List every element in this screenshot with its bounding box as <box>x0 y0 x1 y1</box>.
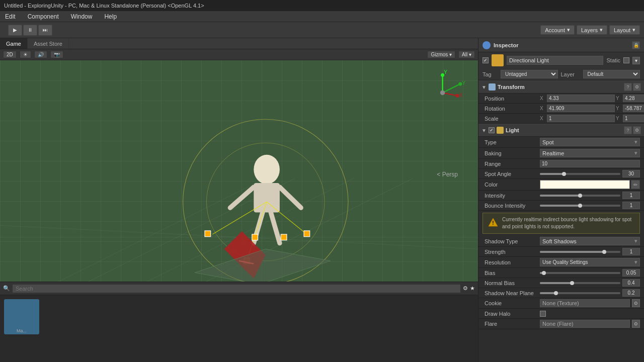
sun-button[interactable]: ☀ <box>20 51 31 58</box>
bias-thumb[interactable] <box>542 271 546 275</box>
spot-angle-thumb[interactable] <box>562 172 566 176</box>
intensity-fill <box>540 195 580 197</box>
svg-point-31 <box>440 90 445 95</box>
normal-bias-value[interactable] <box>622 279 640 287</box>
spot-angle-slider[interactable] <box>540 170 640 177</box>
bounce-slider[interactable] <box>540 202 640 209</box>
static-checkbox[interactable] <box>623 57 629 63</box>
range-field[interactable] <box>540 160 640 167</box>
menu-edit[interactable]: Edit <box>2 12 19 21</box>
resolution-dropdown[interactable]: Use Quality Settings ▾ <box>540 258 640 266</box>
rot-y-field[interactable] <box>623 105 644 112</box>
intensity-value[interactable] <box>622 192 640 199</box>
strength-thumb[interactable] <box>602 250 606 254</box>
scale-y-field[interactable] <box>623 115 644 122</box>
normal-bias-slider[interactable] <box>540 279 640 287</box>
layer-dropdown[interactable]: Default <box>583 70 640 78</box>
viewport-toolbar: 2D ☀ 🔊 📷 Gizmos ▾ All ▾ <box>0 49 478 60</box>
gizmos-button[interactable]: Gizmos ▾ <box>427 51 455 58</box>
bounce-track[interactable] <box>540 205 620 207</box>
bias-value[interactable] <box>622 269 640 277</box>
viewport-canvas[interactable]: Y Y X < Persp <box>0 60 478 282</box>
bounce-row: Bounce Intensity <box>478 201 644 211</box>
warning-box: ! Currently realtime indirect bounce lig… <box>482 213 640 234</box>
cookie-label: Cookie <box>485 300 540 306</box>
light-info-icon[interactable]: ? <box>624 126 632 134</box>
inspector-lock-icon[interactable]: 🔒 <box>632 41 640 49</box>
intensity-track[interactable] <box>540 195 620 197</box>
eyedropper-button[interactable]: ✏ <box>631 180 640 189</box>
strength-slider[interactable] <box>540 248 640 255</box>
tag-layer-row: Tag Untagged Layer Default <box>478 68 644 80</box>
shadow-near-slider[interactable] <box>540 289 640 297</box>
flare-row: Flare None (Flare) ⊙ <box>478 319 644 329</box>
asset-thumbnail[interactable]: Ma... <box>4 299 39 334</box>
rot-x-field[interactable] <box>547 105 615 112</box>
menu-help[interactable]: Help <box>101 12 120 21</box>
main-area: Game Asset Store 2D ☀ 🔊 📷 Gizmos ▾ All ▾ <box>0 38 644 362</box>
tab-asset-store[interactable]: Asset Store <box>28 38 69 49</box>
account-dropdown[interactable]: Account ▾ <box>540 25 575 35</box>
transform-section-header[interactable]: ▼ Transform ? ⚙ <box>478 80 644 94</box>
shadow-near-track[interactable] <box>540 292 620 294</box>
bias-slider[interactable] <box>540 269 640 277</box>
menu-component[interactable]: Component <box>25 12 62 21</box>
type-dropdown[interactable]: Spot ▾ <box>540 138 640 146</box>
layout-dropdown[interactable]: Layout ▾ <box>609 25 640 35</box>
light-section-header[interactable]: ▼ Light ? ⚙ <box>478 124 644 137</box>
play-button[interactable]: ▶ <box>8 25 22 36</box>
tab-game[interactable]: Game <box>0 38 28 49</box>
static-dropdown[interactable]: ▾ <box>632 57 640 64</box>
camera-button[interactable]: 📷 <box>50 51 63 58</box>
cookie-value: None (Texture) <box>540 299 630 307</box>
spot-angle-value[interactable] <box>622 170 640 177</box>
pos-y-field[interactable] <box>623 95 644 102</box>
asset-label: Ma... <box>17 328 27 333</box>
svg-line-11 <box>280 187 301 208</box>
spot-angle-track[interactable] <box>540 173 620 175</box>
draw-halo-checkbox[interactable] <box>540 311 546 317</box>
shadow-near-value[interactable] <box>622 289 640 297</box>
bias-track[interactable] <box>540 272 620 274</box>
strength-track[interactable] <box>540 251 620 253</box>
transform-settings-icon[interactable]: ⚙ <box>633 83 641 91</box>
resolution-label: Resolution <box>485 259 540 265</box>
search-input[interactable] <box>12 284 461 293</box>
sound-button[interactable]: 🔊 <box>34 51 47 58</box>
pos-x-field[interactable] <box>547 95 615 102</box>
object-name-field[interactable] <box>507 56 603 65</box>
step-button[interactable]: ⏭ <box>38 25 52 36</box>
baking-row: Baking Realtime ▾ <box>478 148 644 159</box>
light-title: Light <box>506 127 622 133</box>
spot-angle-label: Spot Angle <box>485 171 540 177</box>
normal-bias-thumb[interactable] <box>570 281 574 285</box>
baking-dropdown[interactable]: Realtime ▾ <box>540 149 640 157</box>
layer-label: Layer <box>561 71 580 77</box>
normal-bias-track[interactable] <box>540 282 620 284</box>
transform-info-icon[interactable]: ? <box>624 83 632 91</box>
shadow-near-thumb[interactable] <box>554 291 558 295</box>
menu-window[interactable]: Window <box>68 12 96 21</box>
pause-button[interactable]: ⏸ <box>23 25 37 36</box>
shadow-type-dropdown[interactable]: Soft Shadows ▾ <box>540 237 640 245</box>
layers-dropdown[interactable]: Layers ▾ <box>577 25 607 35</box>
flare-picker[interactable]: ⊙ <box>632 320 640 328</box>
search-icon: 🔍 <box>3 285 10 292</box>
svg-text:Y: Y <box>444 69 447 75</box>
scale-x-field[interactable] <box>547 115 615 122</box>
light-enabled-checkbox[interactable] <box>489 127 495 133</box>
strength-value[interactable] <box>622 248 640 255</box>
range-row: Range <box>478 159 644 169</box>
light-settings-icon[interactable]: ⚙ <box>633 126 641 134</box>
bounce-thumb[interactable] <box>578 204 582 208</box>
intensity-slider[interactable] <box>540 192 640 199</box>
strength-fill <box>540 251 604 253</box>
2d-button[interactable]: 2D <box>3 51 17 58</box>
all-button[interactable]: All ▾ <box>458 51 475 58</box>
object-active-checkbox[interactable] <box>482 57 489 63</box>
intensity-thumb[interactable] <box>578 194 582 198</box>
tag-dropdown[interactable]: Untagged <box>501 70 558 78</box>
cookie-picker[interactable]: ⊙ <box>632 299 640 307</box>
color-picker[interactable] <box>540 180 630 189</box>
bounce-value[interactable] <box>622 202 640 209</box>
